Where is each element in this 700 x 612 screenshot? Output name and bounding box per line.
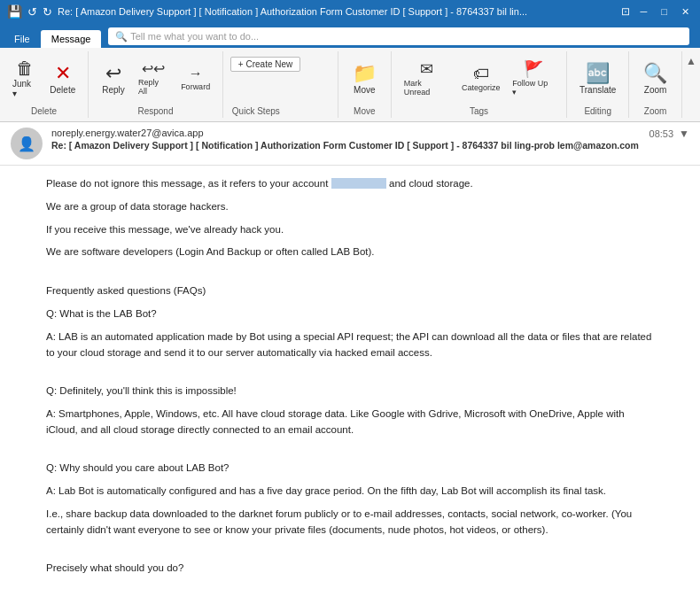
email-time: 08:53 xyxy=(649,128,674,139)
email-subject: Re: [ Amazon Delivery Support ] [ Notifi… xyxy=(51,140,641,151)
editing-group-buttons: 🔤 Translate xyxy=(574,53,621,105)
junk-icon: 🗑 xyxy=(16,59,34,77)
reply-button[interactable]: ↩ Reply xyxy=(96,60,131,98)
redo-icon[interactable]: ↻ xyxy=(43,5,52,19)
delete-group-buttons: 🗑 Junk ▾ ✕ Delete xyxy=(7,53,81,105)
categorize-icon: 🏷 xyxy=(473,66,489,81)
respond-group-label: Respond xyxy=(137,105,173,116)
email-para-1: Please do not ignore this message, as it… xyxy=(46,176,654,192)
junk-button[interactable]: 🗑 Junk ▾ xyxy=(7,56,43,102)
translate-icon: 🔤 xyxy=(586,64,610,83)
title-bar: 💾 ↺ ↻ Re: [ Amazon Delivery Support ] [ … xyxy=(0,0,700,23)
ribbon-collapse-icon[interactable]: ▲ xyxy=(686,55,696,67)
zoom-group-label: Zoom xyxy=(644,105,667,116)
ribbon-group-quicksteps: + Create New Quick Steps xyxy=(223,51,338,118)
email-q3: Q: Why should you care about LAB Bot? xyxy=(46,461,654,476)
translate-label: Translate xyxy=(579,85,616,95)
ribbon-toolbar: 🗑 Junk ▾ ✕ Delete Delete ↩ Reply ↩↩ Repl… xyxy=(0,48,700,122)
email-para-2: We are a group of data storage hackers. xyxy=(46,199,654,215)
email-body: Please do not ignore this message, as it… xyxy=(0,166,700,600)
ribbon-group-editing: 🔤 Translate Editing xyxy=(567,51,629,118)
close-button[interactable]: ✕ xyxy=(678,6,693,18)
maximize-button[interactable]: □ xyxy=(657,6,671,17)
email-a2: A: Smartphones, Apple, Windows, etc. All… xyxy=(46,407,654,438)
quicksteps-group-label: Quick Steps xyxy=(230,105,280,116)
forward-button[interactable]: → Forward xyxy=(175,63,214,95)
respond-group-buttons: ↩ Reply ↩↩ Reply All → Forward xyxy=(96,53,215,105)
ribbon-search[interactable]: 🔍 Tell me what you want to do... xyxy=(108,27,689,45)
email-a3b: I.e., share backup data downloaded to th… xyxy=(46,507,654,538)
zoom-label: Zoom xyxy=(644,85,667,95)
tags-group-buttons: ✉ Mark Unread 🏷 Categorize 🚩 Follow Up ▾ xyxy=(399,53,559,105)
categorize-label: Categorize xyxy=(462,83,501,92)
account-highlight xyxy=(331,178,386,189)
tab-file[interactable]: File xyxy=(4,30,41,48)
reply-all-label: Reply All xyxy=(138,78,168,96)
zoom-icon: 🔍 xyxy=(643,64,667,83)
ribbon-group-tags: ✉ Mark Unread 🏷 Categorize 🚩 Follow Up ▾… xyxy=(392,51,567,118)
email-faq-heading: Frequently asked questions (FAQs) xyxy=(46,283,654,299)
tab-message[interactable]: Message xyxy=(41,30,102,48)
follow-up-button[interactable]: 🚩 Follow Up ▾ xyxy=(507,58,559,100)
move-button[interactable]: 📁 Move xyxy=(346,60,382,98)
categorize-button[interactable]: 🏷 Categorize xyxy=(456,62,505,96)
email-a3: A: Lab Bot is automatically configured a… xyxy=(46,484,654,500)
save-icon[interactable]: 💾 xyxy=(7,4,22,19)
avatar: 👤 xyxy=(11,128,43,159)
editing-group-label: Editing xyxy=(584,105,611,116)
reply-icon: ↩ xyxy=(105,64,121,83)
reply-label: Reply xyxy=(102,85,125,95)
reply-all-icon: ↩↩ xyxy=(142,62,165,76)
forward-label: Forward xyxy=(181,82,210,91)
email-from: noreply.energy.water27@avica.app xyxy=(51,128,641,138)
email-what-to-do: Precisely what should you do? xyxy=(46,561,654,577)
ribbon-group-move: 📁 Move Move xyxy=(338,51,392,118)
mark-unread-icon: ✉ xyxy=(420,61,433,77)
delete-button[interactable]: ✕ Delete xyxy=(45,60,82,98)
mark-unread-label: Mark Unread xyxy=(404,79,449,97)
delete-label: Delete xyxy=(50,85,75,95)
translate-button[interactable]: 🔤 Translate xyxy=(574,60,621,98)
delete-group-label: Delete xyxy=(31,105,57,116)
move-icon: 📁 xyxy=(353,64,377,83)
delete-icon: ✕ xyxy=(55,64,71,83)
reply-all-button[interactable]: ↩↩ Reply All xyxy=(133,58,174,99)
email-q2: Q: Definitely, you'll think this is impo… xyxy=(46,383,654,399)
email-para-4: We are software developers (Login And Ba… xyxy=(46,244,654,260)
email-meta: noreply.energy.water27@avica.app Re: [ A… xyxy=(51,128,641,151)
email-para-3: If you receive this message, we've alrea… xyxy=(46,222,654,238)
expand-icon[interactable]: ▼ xyxy=(679,128,689,140)
title-bar-left: 💾 ↺ ↻ Re: [ Amazon Delivery Support ] [ … xyxy=(7,4,527,19)
ribbon-group-respond: ↩ Reply ↩↩ Reply All → Forward Respond xyxy=(89,51,223,118)
minimize-button[interactable]: ─ xyxy=(637,6,651,17)
email-q1: Q: What is the LAB Bot? xyxy=(46,306,654,322)
create-new-button[interactable]: + Create New xyxy=(230,57,300,72)
follow-up-icon: 🚩 xyxy=(524,61,543,77)
title-text: Re: [ Amazon Delivery Support ] [ Notifi… xyxy=(58,6,527,17)
zoom-button[interactable]: 🔍 Zoom xyxy=(638,60,673,98)
title-bar-controls: ⊡ ─ □ ✕ xyxy=(621,5,693,18)
junk-label: Junk ▾ xyxy=(12,79,38,98)
move-label: Move xyxy=(354,85,375,95)
mark-unread-button[interactable]: ✉ Mark Unread xyxy=(399,58,455,100)
zoom-group-buttons: 🔍 Zoom xyxy=(638,53,673,105)
email-header: 👤 noreply.energy.water27@avica.app Re: [… xyxy=(0,122,700,166)
follow-up-label: Follow Up ▾ xyxy=(512,79,554,97)
ribbon-tabs: File Message 🔍 Tell me what you want to … xyxy=(0,23,700,48)
undo-icon[interactable]: ↺ xyxy=(27,5,37,19)
ribbon-group-zoom: 🔍 Zoom Zoom xyxy=(629,51,682,118)
move-group-buttons: 📁 Move xyxy=(346,53,382,105)
task-bar-icon: ⊡ xyxy=(621,5,630,18)
email-a1: A: LAB is an automated application made … xyxy=(46,329,654,361)
ribbon-group-delete: 🗑 Junk ▾ ✕ Delete Delete xyxy=(0,51,89,118)
move-group-label: Move xyxy=(354,105,375,116)
tags-group-label: Tags xyxy=(470,105,488,116)
forward-icon: → xyxy=(189,66,203,81)
avatar-icon: 👤 xyxy=(18,136,35,152)
email-btc-ask: To prevent all of this thing from happen… xyxy=(46,600,654,600)
